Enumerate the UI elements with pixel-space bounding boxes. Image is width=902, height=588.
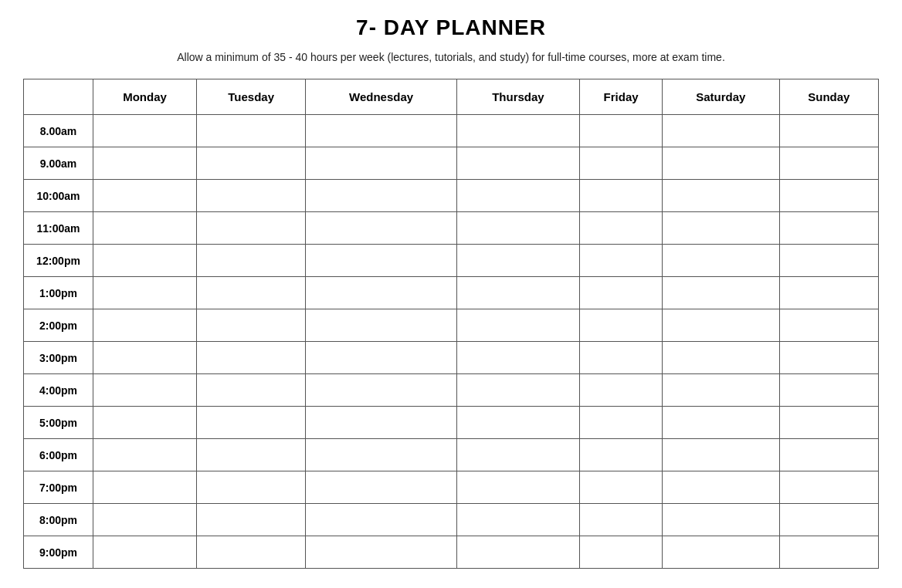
planner-cell[interactable] <box>197 374 306 407</box>
planner-cell[interactable] <box>306 115 457 147</box>
planner-cell[interactable] <box>663 147 780 180</box>
planner-cell[interactable] <box>663 342 780 374</box>
planner-cell[interactable] <box>779 471 878 504</box>
planner-cell[interactable] <box>456 212 579 245</box>
planner-cell[interactable] <box>779 504 878 536</box>
planner-cell[interactable] <box>306 471 457 504</box>
planner-cell[interactable] <box>93 407 197 439</box>
planner-cell[interactable] <box>93 374 197 407</box>
planner-cell[interactable] <box>580 212 663 245</box>
planner-cell[interactable] <box>93 504 197 536</box>
planner-cell[interactable] <box>306 439 457 471</box>
planner-cell[interactable] <box>197 212 306 245</box>
planner-cell[interactable] <box>779 536 878 569</box>
planner-cell[interactable] <box>580 504 663 536</box>
planner-cell[interactable] <box>456 342 579 374</box>
planner-cell[interactable] <box>93 536 197 569</box>
planner-cell[interactable] <box>779 342 878 374</box>
planner-cell[interactable] <box>456 536 579 569</box>
planner-cell[interactable] <box>663 471 780 504</box>
planner-cell[interactable] <box>580 180 663 212</box>
planner-cell[interactable] <box>93 115 197 147</box>
planner-cell[interactable] <box>197 277 306 309</box>
planner-cell[interactable] <box>456 309 579 342</box>
planner-cell[interactable] <box>93 245 197 277</box>
planner-cell[interactable] <box>197 342 306 374</box>
planner-cell[interactable] <box>456 504 579 536</box>
planner-cell[interactable] <box>580 536 663 569</box>
planner-cell[interactable] <box>663 180 780 212</box>
planner-cell[interactable] <box>779 439 878 471</box>
planner-cell[interactable] <box>580 342 663 374</box>
planner-cell[interactable] <box>197 504 306 536</box>
planner-cell[interactable] <box>580 407 663 439</box>
planner-cell[interactable] <box>306 407 457 439</box>
planner-cell[interactable] <box>663 212 780 245</box>
planner-cell[interactable] <box>663 309 780 342</box>
planner-cell[interactable] <box>663 115 780 147</box>
planner-cell[interactable] <box>580 245 663 277</box>
planner-cell[interactable] <box>456 471 579 504</box>
planner-cell[interactable] <box>306 245 457 277</box>
planner-cell[interactable] <box>197 115 306 147</box>
planner-cell[interactable] <box>663 277 780 309</box>
planner-cell[interactable] <box>580 471 663 504</box>
planner-cell[interactable] <box>197 439 306 471</box>
planner-cell[interactable] <box>580 147 663 180</box>
planner-cell[interactable] <box>197 407 306 439</box>
planner-cell[interactable] <box>197 471 306 504</box>
planner-cell[interactable] <box>197 536 306 569</box>
planner-cell[interactable] <box>93 342 197 374</box>
planner-cell[interactable] <box>580 439 663 471</box>
time-row: 9.00am <box>24 147 879 180</box>
planner-cell[interactable] <box>456 439 579 471</box>
planner-cell[interactable] <box>93 277 197 309</box>
planner-cell[interactable] <box>93 180 197 212</box>
planner-cell[interactable] <box>663 439 780 471</box>
planner-cell[interactable] <box>663 407 780 439</box>
planner-cell[interactable] <box>93 212 197 245</box>
planner-cell[interactable] <box>663 374 780 407</box>
planner-cell[interactable] <box>456 180 579 212</box>
planner-cell[interactable] <box>456 245 579 277</box>
planner-cell[interactable] <box>779 309 878 342</box>
planner-cell[interactable] <box>456 147 579 180</box>
planner-cell[interactable] <box>306 180 457 212</box>
planner-cell[interactable] <box>663 504 780 536</box>
time-label: 8.00am <box>24 115 93 147</box>
planner-cell[interactable] <box>93 309 197 342</box>
planner-cell[interactable] <box>580 309 663 342</box>
planner-cell[interactable] <box>93 471 197 504</box>
planner-cell[interactable] <box>456 407 579 439</box>
planner-cell[interactable] <box>580 115 663 147</box>
planner-cell[interactable] <box>580 374 663 407</box>
planner-cell[interactable] <box>779 212 878 245</box>
planner-cell[interactable] <box>306 277 457 309</box>
planner-cell[interactable] <box>197 147 306 180</box>
planner-cell[interactable] <box>306 212 457 245</box>
planner-cell[interactable] <box>779 277 878 309</box>
planner-cell[interactable] <box>779 374 878 407</box>
planner-cell[interactable] <box>456 277 579 309</box>
planner-cell[interactable] <box>306 504 457 536</box>
planner-cell[interactable] <box>779 180 878 212</box>
planner-cell[interactable] <box>779 245 878 277</box>
planner-cell[interactable] <box>306 147 457 180</box>
planner-cell[interactable] <box>456 115 579 147</box>
planner-cell[interactable] <box>779 407 878 439</box>
planner-cell[interactable] <box>197 245 306 277</box>
planner-cell[interactable] <box>779 115 878 147</box>
planner-cell[interactable] <box>456 374 579 407</box>
planner-cell[interactable] <box>580 277 663 309</box>
planner-cell[interactable] <box>306 309 457 342</box>
planner-cell[interactable] <box>663 245 780 277</box>
planner-cell[interactable] <box>779 147 878 180</box>
planner-cell[interactable] <box>306 536 457 569</box>
planner-cell[interactable] <box>663 536 780 569</box>
planner-cell[interactable] <box>93 147 197 180</box>
planner-cell[interactable] <box>197 309 306 342</box>
planner-cell[interactable] <box>197 180 306 212</box>
planner-cell[interactable] <box>93 439 197 471</box>
planner-cell[interactable] <box>306 342 457 374</box>
planner-cell[interactable] <box>306 374 457 407</box>
